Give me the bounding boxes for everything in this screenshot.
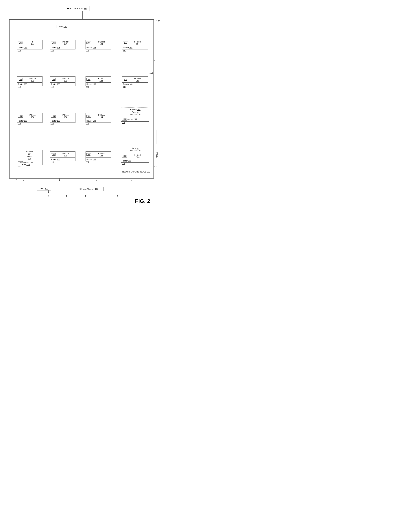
node-ip-r1c4: 106 IP Block104 Router 108 110 [122, 40, 148, 52]
node-ip-r1c3: 106 IP Block104 Router 108 110 [86, 40, 111, 52]
node-onchip114: On-chipMemory 114 106 IP Block104 Router… [121, 146, 149, 165]
node-ip-r2c2: 106 IP Block104 Router 108 110 [50, 76, 75, 88]
node-onchip116: IP Block 104 On-chipMemory 116 106 Route… [121, 108, 149, 124]
mmu-122: MMU 122 [37, 187, 51, 191]
node-ip-r3c2: 106 IP Block104 Router 108 110 [50, 113, 75, 125]
port-130: Port 130 [56, 25, 70, 28]
node-ip-r1c2: 106 IP Block104 Router 108 110 [50, 40, 75, 52]
noc-label: Network On Chip (NOC) 102 [122, 170, 150, 173]
ref-118: — 118 [147, 72, 153, 74]
node-ip-r2c4: 106 IP Block104 Router 108 110 [122, 76, 148, 88]
node-ip-r2c1: 106 IP Block104 Router 108 110 [17, 76, 43, 88]
port-124: Port 124 [19, 163, 33, 166]
node-ip-r3c1: 106 IP Block104 Router 108 110 [17, 113, 43, 125]
node-ip-r4c2: 106 IP Block104 Router 108 110 [50, 151, 75, 163]
node-hip128: 106 HIP128 Router 108 110 [17, 40, 43, 52]
node-ip-r4c3: 106 IP Block104 Router 108 110 [86, 151, 111, 163]
node-ip-r3c3: 106 IP Block104 Router 108 110 [86, 113, 111, 125]
fig-label: FIG. 2 [135, 198, 150, 204]
node-ip-r2c3: 106 IP Block104 Router 108 110 [86, 76, 111, 88]
port-126: Port 126 [154, 144, 159, 166]
offchip-memory: Off-chip Memory 112 [74, 187, 104, 191]
noc-box: Port 130 106 HIP128 Router 108 110 [9, 19, 154, 178]
host-computer: Host Computer 10 [64, 6, 90, 11]
ref-100: 100 [156, 20, 160, 22]
